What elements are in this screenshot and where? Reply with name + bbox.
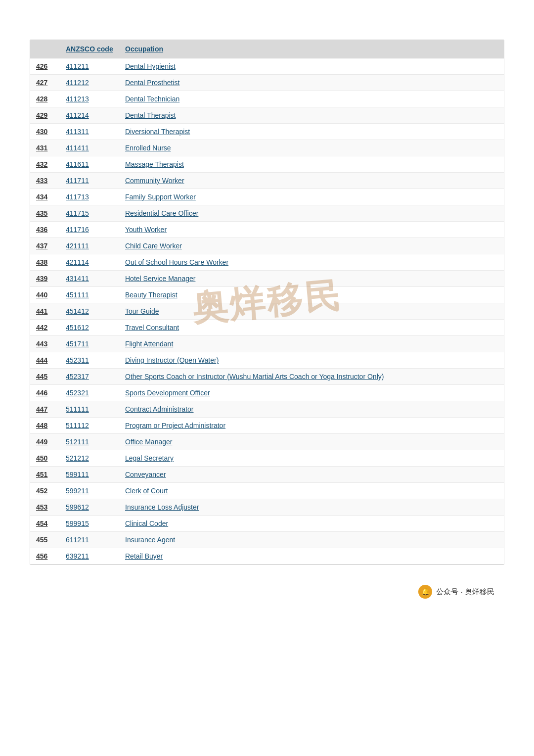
row-occupation[interactable]: Office Manager [119, 434, 504, 450]
code-link[interactable]: 452317 [66, 373, 89, 380]
code-link[interactable]: 411411 [66, 144, 89, 152]
code-link[interactable]: 521212 [66, 454, 89, 462]
row-code[interactable]: 599915 [60, 516, 119, 532]
row-occupation[interactable]: Youth Worker [119, 222, 504, 238]
row-occupation[interactable]: Out of School Hours Care Worker [119, 254, 504, 271]
row-code[interactable]: 512111 [60, 434, 119, 450]
row-occupation[interactable]: Diving Instructor (Open Water) [119, 352, 504, 369]
code-link[interactable]: 452321 [66, 389, 89, 397]
code-link[interactable]: 451711 [66, 340, 89, 348]
occupation-link[interactable]: Sports Development Officer [125, 389, 210, 397]
occupation-link[interactable]: Contract Administrator [125, 405, 194, 413]
code-link[interactable]: 421114 [66, 258, 89, 266]
occupation-link[interactable]: Legal Secretary [125, 454, 174, 462]
occupation-link[interactable]: Conveyancer [125, 471, 166, 478]
row-occupation[interactable]: Community Worker [119, 173, 504, 189]
occupation-link[interactable]: Diversional Therapist [125, 128, 190, 136]
occupation-link[interactable]: Flight Attendant [125, 340, 173, 348]
row-occupation[interactable]: Child Care Worker [119, 238, 504, 254]
row-occupation[interactable]: Retail Buyer [119, 548, 504, 565]
row-code[interactable]: 511112 [60, 418, 119, 434]
occupation-link[interactable]: Out of School Hours Care Worker [125, 258, 228, 266]
row-code[interactable]: 599612 [60, 499, 119, 516]
row-code[interactable]: 639211 [60, 548, 119, 565]
code-link[interactable]: 411716 [66, 226, 89, 234]
occupation-link[interactable]: Hotel Service Manager [125, 275, 195, 283]
code-link[interactable]: 411711 [66, 177, 89, 185]
row-code[interactable]: 411715 [60, 205, 119, 222]
row-occupation[interactable]: Dental Prosthetist [119, 75, 504, 91]
row-code[interactable]: 431411 [60, 271, 119, 287]
row-code[interactable]: 599211 [60, 483, 119, 499]
row-code[interactable]: 411212 [60, 75, 119, 91]
code-link[interactable]: 411214 [66, 111, 89, 119]
row-occupation[interactable]: Dental Technician [119, 91, 504, 107]
row-occupation[interactable]: Hotel Service Manager [119, 271, 504, 287]
occupation-link[interactable]: Tour Guide [125, 307, 159, 315]
code-link[interactable]: 421111 [66, 242, 89, 250]
occupation-link[interactable]: Beauty Therapist [125, 291, 178, 299]
occupation-link[interactable]: Dental Therapist [125, 111, 176, 119]
occupation-link[interactable]: Dental Prosthetist [125, 79, 180, 87]
row-code[interactable]: 421111 [60, 238, 119, 254]
code-link[interactable]: 451412 [66, 307, 89, 315]
row-code[interactable]: 452321 [60, 385, 119, 401]
code-link[interactable]: 411212 [66, 79, 89, 87]
row-occupation[interactable]: Conveyancer [119, 467, 504, 483]
code-link[interactable]: 639211 [66, 552, 89, 560]
occupation-link[interactable]: Massage Therapist [125, 160, 184, 168]
row-occupation[interactable]: Diversional Therapist [119, 124, 504, 140]
occupation-link[interactable]: Youth Worker [125, 226, 167, 234]
occupation-link[interactable]: Child Care Worker [125, 242, 182, 250]
code-link[interactable]: 431411 [66, 275, 89, 283]
code-link[interactable]: 411611 [66, 160, 89, 168]
row-occupation[interactable]: Sports Development Officer [119, 385, 504, 401]
occupation-link[interactable]: Family Support Worker [125, 193, 196, 201]
row-occupation[interactable]: Clerk of Court [119, 483, 504, 499]
code-link[interactable]: 611211 [66, 536, 89, 544]
occupation-link[interactable]: Clerk of Court [125, 487, 168, 495]
row-occupation[interactable]: Legal Secretary [119, 450, 504, 467]
row-code[interactable]: 411711 [60, 173, 119, 189]
row-occupation[interactable]: Contract Administrator [119, 401, 504, 418]
code-link[interactable]: 411213 [66, 95, 89, 103]
row-code[interactable]: 451412 [60, 303, 119, 320]
row-occupation[interactable]: Dental Therapist [119, 107, 504, 124]
occupation-link[interactable]: Dental Hygienist [125, 62, 176, 70]
code-link[interactable]: 451111 [66, 291, 89, 299]
occupation-link[interactable]: Program or Project Administrator [125, 422, 225, 429]
code-link[interactable]: 599211 [66, 487, 89, 495]
code-link[interactable]: 411715 [66, 209, 89, 217]
row-occupation[interactable]: Flight Attendant [119, 336, 504, 352]
row-occupation[interactable]: Travel Consultant [119, 320, 504, 336]
occupation-link[interactable]: Enrolled Nurse [125, 144, 171, 152]
row-code[interactable]: 611211 [60, 532, 119, 548]
code-link[interactable]: 411713 [66, 193, 89, 201]
occupation-link[interactable]: Insurance Loss Adjuster [125, 503, 199, 511]
row-code[interactable]: 599111 [60, 467, 119, 483]
occupation-link[interactable]: Office Manager [125, 438, 172, 446]
row-occupation[interactable]: Residential Care Officer [119, 205, 504, 222]
row-occupation[interactable]: Insurance Loss Adjuster [119, 499, 504, 516]
row-occupation[interactable]: Insurance Agent [119, 532, 504, 548]
occupation-link[interactable]: Clinical Coder [125, 520, 168, 527]
row-occupation[interactable]: Enrolled Nurse [119, 140, 504, 156]
row-occupation[interactable]: Family Support Worker [119, 189, 504, 205]
occupation-link[interactable]: Community Worker [125, 177, 184, 185]
code-link[interactable]: 512111 [66, 438, 89, 446]
row-code[interactable]: 511111 [60, 401, 119, 418]
row-occupation[interactable]: Other Sports Coach or Instructor (Wushu … [119, 369, 504, 385]
row-code[interactable]: 411213 [60, 91, 119, 107]
code-link[interactable]: 511112 [66, 422, 89, 429]
row-code[interactable]: 421114 [60, 254, 119, 271]
code-link[interactable]: 452311 [66, 356, 89, 364]
code-link[interactable]: 599915 [66, 520, 89, 527]
row-occupation[interactable]: Tour Guide [119, 303, 504, 320]
row-code[interactable]: 411311 [60, 124, 119, 140]
code-link[interactable]: 411311 [66, 128, 89, 136]
row-code[interactable]: 411716 [60, 222, 119, 238]
code-link[interactable]: 411211 [66, 62, 89, 70]
row-code[interactable]: 411211 [60, 58, 119, 75]
occupation-link[interactable]: Insurance Agent [125, 536, 175, 544]
occupation-link[interactable]: Dental Technician [125, 95, 179, 103]
